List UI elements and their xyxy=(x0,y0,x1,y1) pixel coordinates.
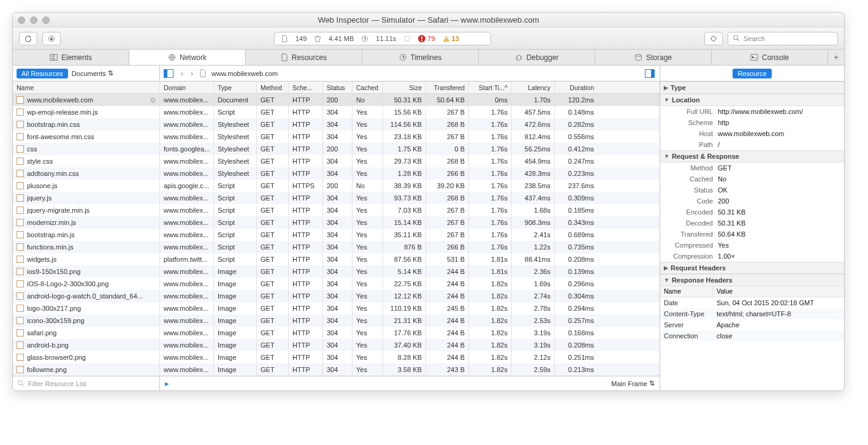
search-field[interactable]: Search xyxy=(728,32,838,45)
detail-row: StatusOK xyxy=(660,184,844,196)
col-latency[interactable]: Latency xyxy=(512,82,555,93)
table-row[interactable]: icono-300x159.pngwww.mobilex...ImageGETH… xyxy=(13,314,660,327)
table-row[interactable]: functions.min.jswww.mobilex...ScriptGETH… xyxy=(13,241,660,253)
tab-elements[interactable]: Elements xyxy=(13,50,129,65)
col-size[interactable]: Size xyxy=(383,82,426,93)
tab-network[interactable]: Network xyxy=(129,50,246,65)
table-row[interactable]: logo-300x217.pngwww.mobilex...ImageGETHT… xyxy=(13,302,660,314)
elements-icon xyxy=(50,53,58,61)
table-body[interactable]: www.mobilexweb.com⊙www.mobilex...Documen… xyxy=(13,94,660,376)
col-type[interactable]: Type xyxy=(214,82,257,93)
col-domain[interactable]: Domain xyxy=(160,82,214,93)
table-row[interactable]: followme.pngwww.mobilex...ImageGETHTTP30… xyxy=(13,363,660,376)
response-headers-columns: Name Value xyxy=(660,286,844,297)
table-row[interactable]: addtoany.min.csswww.mobilex...Stylesheet… xyxy=(13,167,660,180)
reload-button[interactable] xyxy=(19,32,37,45)
col-method[interactable]: Method xyxy=(257,82,289,93)
file-icon xyxy=(17,194,24,202)
svg-point-16 xyxy=(636,55,642,56)
status-panel: 149 4.41 MB 11.11s 79 13 xyxy=(274,32,491,45)
table-row[interactable]: android-logo-g-watch.0_standard_64...www… xyxy=(13,290,660,302)
file-icon xyxy=(17,317,24,324)
error-icon xyxy=(418,35,425,42)
tab-add[interactable]: ＋ xyxy=(828,50,844,65)
file-icon xyxy=(17,158,24,165)
resource-scope-pill[interactable]: All Resources xyxy=(17,69,68,78)
detail-row: Compression1.00× xyxy=(660,251,844,262)
element-picker-button[interactable] xyxy=(704,32,723,45)
search-icon xyxy=(733,35,740,42)
file-icon xyxy=(17,366,24,373)
section-request-headers[interactable]: ▶Request Headers xyxy=(660,262,844,274)
table-row[interactable]: wp-emoji-release.min.jswww.mobilex...Scr… xyxy=(13,106,660,118)
forward-button[interactable]: › xyxy=(189,69,194,78)
tab-resources[interactable]: Resources xyxy=(246,50,362,65)
table-row[interactable]: iOS-8-Logo-2-300x300.pngwww.mobilex...Im… xyxy=(13,278,660,290)
transfer-weight: 4.41 MB xyxy=(329,35,354,42)
tab-timelines[interactable]: Timelines xyxy=(362,50,479,65)
svg-rect-12 xyxy=(54,55,57,61)
reload-icon xyxy=(25,35,32,42)
detail-row: Decoded50.31 KB xyxy=(660,218,844,229)
svg-point-15 xyxy=(517,55,521,60)
chevron-down-icon: ▼ xyxy=(664,153,669,159)
section-type[interactable]: ▶Type xyxy=(660,82,844,94)
console-icon xyxy=(750,53,758,61)
warning-badge[interactable]: 13 xyxy=(443,35,459,42)
svg-point-18 xyxy=(18,381,23,385)
back-button[interactable]: ‹ xyxy=(180,69,185,78)
table-row[interactable]: glass-browser0.pngwww.mobilex...ImageGET… xyxy=(13,351,660,363)
table-row[interactable]: jquery.jswww.mobilex...ScriptGETHTTP304Y… xyxy=(13,192,660,204)
col-start[interactable]: Start Ti... ^ xyxy=(469,82,512,93)
network-table: Name Domain Type Method Sche... Status C… xyxy=(13,82,660,390)
section-request-response[interactable]: ▼Request & Response xyxy=(660,150,844,162)
table-row[interactable]: modernizr.min.jswww.mobilex...ScriptGETH… xyxy=(13,216,660,229)
svg-rect-10 xyxy=(50,55,53,56)
table-row[interactable]: android-b.pngwww.mobilex...ImageGETHTTP3… xyxy=(13,339,660,351)
col-cached[interactable]: Cached xyxy=(352,82,383,93)
path-crumb[interactable]: www.mobilexweb.com xyxy=(211,70,278,77)
table-row[interactable]: bootstrap.min.jswww.mobilex...ScriptGETH… xyxy=(13,229,660,241)
error-badge[interactable]: 79 xyxy=(418,35,435,42)
col-name[interactable]: Name xyxy=(13,82,160,93)
warning-icon xyxy=(443,35,450,42)
section-response-headers[interactable]: ▼Response Headers xyxy=(660,274,844,286)
table-row[interactable]: bootstrap.min.csswww.mobilex...Styleshee… xyxy=(13,118,660,131)
file-icon xyxy=(17,243,24,251)
table-row[interactable]: ios9-150x150.pngwww.mobilex...ImageGETHT… xyxy=(13,265,660,278)
table-row[interactable]: www.mobilexweb.com⊙www.mobilex...Documen… xyxy=(13,94,660,106)
detail-tab-resource[interactable]: Resource xyxy=(733,69,771,78)
detail-row: CompressedYes xyxy=(660,240,844,251)
content-area: Name Domain Type Method Sche... Status C… xyxy=(13,82,844,390)
table-row[interactable]: widgets.jsplatform.twitt...ScriptGETHTTP… xyxy=(13,253,660,265)
tab-console[interactable]: Console xyxy=(712,50,828,65)
table-row[interactable]: style.csswww.mobilex...StylesheetGETHTTP… xyxy=(13,155,660,167)
expand-icon[interactable]: ▸ xyxy=(165,379,169,388)
table-row[interactable]: font-awesome.min.csswww.mobilex...Styles… xyxy=(13,131,660,143)
file-icon xyxy=(17,231,24,238)
file-icon xyxy=(17,329,24,337)
frame-selector[interactable]: Main Frame⇅ xyxy=(611,379,655,387)
tab-debugger[interactable]: Debugger xyxy=(479,50,595,65)
detail-row: Code200 xyxy=(660,196,844,207)
tab-storage[interactable]: Storage xyxy=(595,50,712,65)
download-button[interactable] xyxy=(42,32,61,45)
col-scheme[interactable]: Sche... xyxy=(289,82,323,93)
crosshair-icon xyxy=(710,35,717,42)
table-row[interactable]: cssfonts.googlea...StylesheetGETHTTP200Y… xyxy=(13,143,660,155)
table-row[interactable]: jquery-migrate.min.jswww.mobilex...Scrip… xyxy=(13,204,660,216)
right-sidebar-toggle[interactable] xyxy=(645,69,655,78)
svg-rect-4 xyxy=(421,36,422,39)
file-icon xyxy=(17,341,24,349)
table-row[interactable]: plusone.jsapis.google.c...ScriptGETHTTPS… xyxy=(13,180,660,192)
document-filter[interactable]: Documents⇅ xyxy=(72,69,113,77)
col-duration[interactable]: Duration xyxy=(555,82,598,93)
section-location[interactable]: ▼Location xyxy=(660,94,844,106)
table-row[interactable]: safari.pngwww.mobilex...ImageGETHTTP304Y… xyxy=(13,327,660,339)
col-transfered[interactable]: Transfered xyxy=(426,82,469,93)
chevron-right-icon: ▶ xyxy=(664,85,668,91)
file-icon xyxy=(17,108,24,116)
left-sidebar-toggle[interactable] xyxy=(164,69,173,78)
col-status[interactable]: Status xyxy=(323,82,352,93)
filter-input[interactable]: Filter Resource List xyxy=(13,376,160,390)
